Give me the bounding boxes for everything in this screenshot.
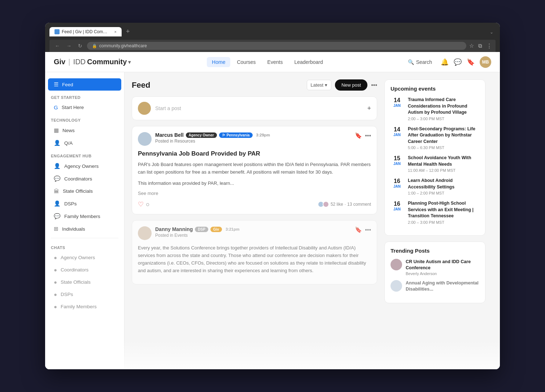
- event-item-5[interactable]: 16 JAN Planning Post-High School Service…: [391, 200, 479, 225]
- post-1-stats: 52 like · 13 comment: [318, 201, 371, 208]
- forward-button[interactable]: →: [65, 42, 73, 49]
- nav-leaderboard[interactable]: Leaderboard: [289, 57, 328, 67]
- search-button[interactable]: 🔍 Search: [404, 57, 436, 67]
- bookmarks-icon[interactable]: 🔖: [467, 58, 475, 66]
- sidebar-feed-label: Feed: [62, 82, 73, 87]
- post-2-meta: Danny Manning DSP Giv 3:21pm Posted in E…: [155, 226, 351, 238]
- event-3-info: School Avoidance Youth With Mental Healt…: [408, 155, 479, 173]
- post-2-bookmark-icon[interactable]: 🔖: [355, 226, 362, 233]
- post-options-icon[interactable]: •••: [365, 132, 371, 139]
- notifications-icon[interactable]: 🔔: [441, 58, 449, 66]
- sidebar-agency-owners-label: Agency Owners: [64, 164, 99, 169]
- event-2-info: Post-Secondary Programs: Life After Grad…: [408, 126, 479, 150]
- sidebar-individuals-label: Individuals: [62, 226, 85, 232]
- sidebar-chat-dsps[interactable]: ● DSPs: [48, 288, 121, 300]
- menu-icon[interactable]: ⋮: [487, 43, 492, 49]
- sidebar-item-dsps[interactable]: 👤 DSPs: [48, 197, 121, 210]
- event-1-title: Trauma Informed Care Considerations in P…: [408, 97, 479, 116]
- start-post-input[interactable]: Start a post: [155, 105, 363, 111]
- bookmark-icon[interactable]: 🔖: [355, 132, 362, 139]
- sidebar-item-coordinators[interactable]: 💬 Coordinators: [48, 173, 121, 185]
- extensions-icon[interactable]: ⧉: [478, 43, 482, 49]
- header-right: 🔍 Search 🔔 💬 🔖 MB: [404, 56, 491, 68]
- feed-section: Feed Latest ▾ New post •••: [132, 79, 377, 362]
- nav-events[interactable]: Events: [262, 57, 288, 67]
- address-bar[interactable]: 🔒 community.givhealthcare: [87, 42, 466, 50]
- event-5-month: JAN: [391, 207, 404, 211]
- sidebar-item-family-members[interactable]: 💬 Family Members: [48, 210, 121, 222]
- feed-more-icon[interactable]: •••: [371, 82, 377, 88]
- event-5-info: Planning Post-High School Services with …: [408, 200, 479, 225]
- sidebar-item-state-officials[interactable]: 🏛 State Officials: [48, 185, 121, 197]
- feed-header: Feed Latest ▾ New post •••: [132, 79, 377, 91]
- add-post-icon[interactable]: +: [367, 105, 371, 112]
- sidebar-item-start-here[interactable]: G Start Here: [48, 101, 121, 113]
- tab-close-icon[interactable]: ×: [114, 30, 117, 34]
- latest-label: Latest: [311, 82, 323, 88]
- sidebar-qa-label: Q/A: [64, 140, 73, 146]
- event-1-day: 14: [391, 97, 404, 104]
- sidebar-chat-family[interactable]: ● Family Members: [48, 301, 121, 313]
- upcoming-events-title: Upcoming events: [391, 86, 479, 92]
- sidebar-item-individuals[interactable]: ⊞ Individuals: [48, 223, 121, 235]
- post-1-reactions: ♡ ○: [138, 200, 150, 208]
- post-1-see-more[interactable]: See more: [138, 191, 371, 196]
- nav-courses[interactable]: Courses: [232, 57, 261, 67]
- event-2-time: 5:00 – 6:30 PM MST: [408, 145, 479, 150]
- trending-item-1[interactable]: CR Unite Autism and IDD Care Conference …: [391, 259, 479, 276]
- comment-icon[interactable]: ○: [146, 201, 150, 208]
- event-item-4[interactable]: 16 JAN Learn About Android Accessibility…: [391, 178, 479, 195]
- logo-community: Community: [87, 58, 127, 66]
- post-2-body: Every year, the Solutions Conference bri…: [138, 244, 371, 274]
- post-1-comment-count: 13 comment: [347, 202, 371, 207]
- expand-button[interactable]: ⌄: [488, 29, 496, 35]
- messages-icon[interactable]: 💬: [454, 58, 462, 66]
- post-2-avatar: [138, 226, 152, 240]
- latest-sort-button[interactable]: Latest ▾: [307, 80, 331, 90]
- new-post-button[interactable]: New post: [335, 79, 367, 91]
- reaction-avatars: [318, 201, 329, 208]
- post-1-excerpt: This information was provided by PAR, le…: [138, 180, 371, 187]
- event-1-month: JAN: [391, 104, 404, 108]
- refresh-button[interactable]: ↻: [76, 42, 84, 49]
- app-header: Giv | IDD Community ▾ Home Courses Event…: [45, 52, 500, 72]
- post-1-meta: Marcus Bell Agency Owner 🏳 Pennsylvania …: [155, 132, 351, 144]
- event-item-1[interactable]: 14 JAN Trauma Informed Care Consideratio…: [391, 97, 479, 121]
- sidebar-item-agency-owners[interactable]: 👤 Agency Owners: [48, 160, 121, 172]
- trending-item-2[interactable]: Annual Aging with Developmental Disabili…: [391, 280, 479, 293]
- active-tab[interactable]: Feed | Giv | IDD Community ×: [49, 27, 122, 36]
- post-1-author-name: Marcus Bell: [155, 132, 184, 138]
- trending-1-avatar: [391, 259, 402, 270]
- event-4-time: 1:00 – 2:00 PM MST: [408, 191, 479, 195]
- chat-state-icon: ●: [54, 279, 57, 285]
- sidebar-chat-coordinators[interactable]: ● Coordinators: [48, 264, 121, 276]
- news-icon: ▦: [54, 127, 59, 134]
- sidebar-item-news[interactable]: ▦ News: [48, 124, 121, 136]
- back-button[interactable]: ←: [53, 42, 62, 49]
- post-2-options-icon[interactable]: •••: [365, 227, 371, 233]
- sidebar-chat-agency-owners[interactable]: ● Agency Owners: [48, 252, 121, 263]
- event-5-title: Planning Post-High School Services with …: [408, 200, 479, 219]
- event-item-2[interactable]: 14 JAN Post-Secondary Programs: Life Aft…: [391, 126, 479, 150]
- user-avatar[interactable]: MB: [480, 56, 491, 68]
- heart-reaction-icon[interactable]: ♡: [138, 200, 144, 208]
- logo[interactable]: Giv | IDD Community ▾: [54, 58, 131, 66]
- new-tab-button[interactable]: +: [123, 26, 133, 37]
- sidebar-chat-state-officials[interactable]: ● State Officials: [48, 276, 121, 288]
- logo-dropdown-icon[interactable]: ▾: [128, 59, 131, 65]
- pennsylvania-flag-icon: 🏳: [222, 133, 226, 137]
- dsps-icon: 👤: [54, 200, 61, 207]
- post-2-badge-2: Giv: [210, 227, 222, 232]
- post-1-footer: ♡ ○ 52 like · 13 comment: [138, 200, 371, 208]
- feed-title: Feed: [132, 80, 150, 90]
- nav-home[interactable]: Home: [207, 57, 230, 67]
- star-icon[interactable]: ☆: [469, 43, 474, 49]
- trending-2-title: Annual Aging with Developmental Disabili…: [406, 280, 479, 293]
- lock-icon: 🔒: [92, 44, 97, 48]
- sidebar-news-label: News: [62, 128, 75, 133]
- event-item-3[interactable]: 15 JAN School Avoidance Youth With Menta…: [391, 155, 479, 173]
- post-1-avatar: [138, 132, 152, 146]
- start-post-box[interactable]: Start a post +: [132, 96, 377, 120]
- sidebar-item-qa[interactable]: 👤 Q/A: [48, 137, 121, 149]
- sidebar-item-feed[interactable]: ☰ Feed: [48, 78, 121, 91]
